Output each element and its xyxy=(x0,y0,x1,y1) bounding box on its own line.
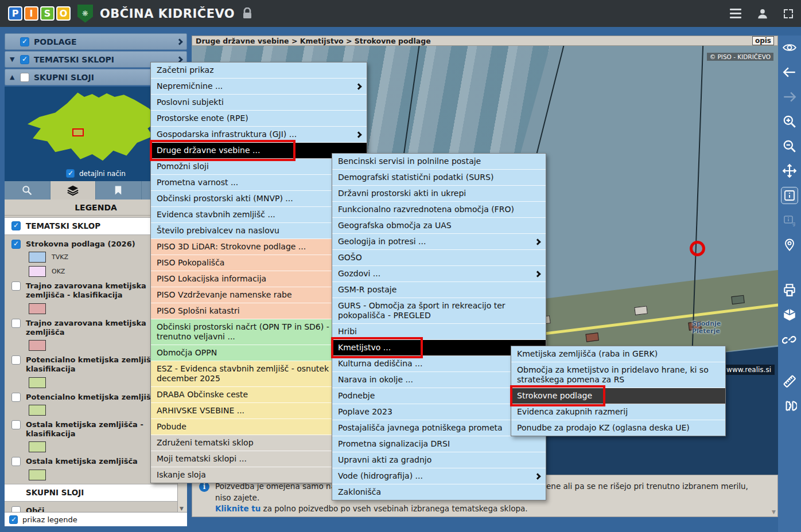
menu-item-label: Evidenca zakupnih razmerij xyxy=(517,407,720,417)
legend-swatch xyxy=(29,405,46,416)
profile-measure-icon[interactable] xyxy=(781,397,798,414)
panel-label: PODLAGE xyxy=(34,37,77,46)
tab-bookmarks[interactable] xyxy=(96,181,142,200)
menu-item[interactable]: Začetni prikaz xyxy=(151,62,367,79)
legend-checkbox[interactable] xyxy=(11,221,21,230)
menu-item-label: PISO Splošni katastri xyxy=(157,306,361,316)
menu-item[interactable]: Nepremičnine ... xyxy=(151,79,367,95)
zoom-out-icon[interactable] xyxy=(781,138,798,155)
legend-checkbox[interactable] xyxy=(11,506,21,513)
menu-item[interactable]: Evidenca zakupnih razmerij xyxy=(511,404,725,420)
menu-item-label: PISO Vzdrževanje namenske rabe xyxy=(157,290,361,300)
coat-of-arms: ❋ xyxy=(77,5,93,23)
legend-checkbox[interactable] xyxy=(11,457,21,466)
menu-item[interactable]: Bencinski servisi in polnilne postaje xyxy=(332,154,546,170)
info-group-icon[interactable]: g xyxy=(781,212,798,229)
pan-icon[interactable] xyxy=(781,162,798,179)
panel-chevron-icon[interactable] xyxy=(176,38,182,45)
menu-item-label: Podnebje xyxy=(338,391,540,401)
menu-item[interactable]: Upravni akti za gradnjo xyxy=(332,452,546,468)
selection-circle-annotation xyxy=(690,241,705,256)
tab-layers[interactable] xyxy=(50,181,96,200)
ruler-icon[interactable] xyxy=(781,373,798,390)
menu-hamburger-icon[interactable] xyxy=(730,9,741,18)
menu-item[interactable]: Območja za kmetijstvo in pridelavo hrane… xyxy=(511,362,725,388)
menu-item[interactable]: Funkcionalno razvrednotena območja (FRO) xyxy=(332,202,546,218)
collapse-icon[interactable]: ▼ xyxy=(10,56,20,63)
menu-item[interactable]: Kmetijska zemljišča (raba in GERK) xyxy=(511,346,725,362)
menu-item[interactable]: Geologija in potresi ... xyxy=(332,234,546,250)
breadcrumb-bar: Druge državne vsebine > Kmetijstvo > Str… xyxy=(192,36,778,46)
menu-item[interactable]: Gospodarska infrastruktura (GJI) ... xyxy=(151,127,367,143)
menu-item-label: Kmetijstvo ... xyxy=(338,343,540,353)
legend-swatch xyxy=(29,441,46,452)
legend-row[interactable]: SKUPNI SLOJI xyxy=(5,484,187,502)
sidebar-panel[interactable]: PODLAGE xyxy=(5,33,187,50)
legend-checkbox[interactable] xyxy=(11,319,21,328)
legend-checkbox[interactable] xyxy=(11,240,21,249)
menu-item-label: ESZ - Evidenca stavbnih zemljišč - osnut… xyxy=(157,364,361,384)
menu-item[interactable]: Prometna signalizacija DRSI xyxy=(332,436,546,452)
menu-item-label: DRABA Občinske ceste xyxy=(157,390,361,400)
logo-letter-tile: O xyxy=(56,6,71,21)
legend-checkbox[interactable] xyxy=(11,281,21,291)
legend-swatch xyxy=(29,252,46,263)
panel-checkbox[interactable] xyxy=(20,73,29,82)
menu-item[interactable]: Strokovne podlage xyxy=(511,388,725,404)
menu-item[interactable]: Demografski statistični podatki (SURS) xyxy=(332,170,546,186)
menu-item[interactable]: Vode (hidrografija) ... xyxy=(332,468,546,484)
location-pin-icon[interactable] xyxy=(781,236,798,253)
info-tool-icon[interactable] xyxy=(781,187,798,204)
scroll-down-icon[interactable]: ▼ xyxy=(180,506,184,511)
opis-button[interactable]: opis xyxy=(752,36,774,45)
submenu-arrow-icon xyxy=(534,238,541,245)
menu-item-label: PISO Lokacijska informacija xyxy=(157,274,361,284)
menu-item[interactable]: GOŠO xyxy=(332,250,546,266)
search-icon xyxy=(21,185,33,196)
show-legend-checkbox[interactable] xyxy=(9,515,18,524)
menu-item[interactable]: Prostorske enote (RPE) xyxy=(151,111,367,127)
legend-checkbox[interactable] xyxy=(11,420,21,429)
menu-item-label: Kmetijska zemljišča (raba in GERK) xyxy=(517,349,720,359)
menu-item[interactable]: Državni prostorski akti in ukrepi xyxy=(332,186,546,202)
menu-item[interactable]: Poslovni subjekti xyxy=(151,95,367,111)
zoom-in-icon[interactable] xyxy=(781,113,798,130)
menu-item-label: Občinski prostorski načrt (OPN TP in SD6… xyxy=(157,322,361,342)
menu-item[interactable]: GURS - Območja za šport in rekreacijo te… xyxy=(332,298,546,324)
forward-arrow-icon[interactable] xyxy=(781,88,798,105)
legend-checkbox[interactable] xyxy=(11,393,21,402)
collapse-icon[interactable]: ▲ xyxy=(10,73,20,81)
menu-item-label: Območja za kmetijstvo in pridelavo hrane… xyxy=(517,365,720,385)
menu-item-label: GOŠO xyxy=(338,253,540,263)
map-watermark: © PISO - KIDRIČEVO xyxy=(707,53,773,61)
menu-item-label: Prostorske enote (RPE) xyxy=(157,114,361,123)
eye-icon[interactable] xyxy=(781,39,798,56)
menu-item[interactable]: Gozdovi ... xyxy=(332,266,546,282)
panel-checkbox[interactable] xyxy=(20,37,29,46)
menu-item[interactable]: Geografska območja za UAS xyxy=(332,218,546,234)
legend-checkbox[interactable] xyxy=(11,355,21,365)
back-arrow-icon[interactable] xyxy=(781,64,798,81)
user-icon[interactable] xyxy=(756,7,769,20)
detail-mode-checkbox[interactable] xyxy=(66,169,75,178)
menu-item-label: Združeni tematski sklop xyxy=(157,438,361,448)
full-query-link[interactable]: Kliknite tu xyxy=(215,504,260,513)
menu-item-label: Evidenca stavbnih zemljišč ... xyxy=(157,210,361,220)
print-icon[interactable] xyxy=(781,281,798,299)
menu-item[interactable]: Hribi xyxy=(332,324,546,340)
menu-item[interactable]: Ponudbe za prodajo KZ (oglasna deska UE) xyxy=(511,420,725,436)
piso-logo[interactable]: P I S O xyxy=(8,6,71,21)
fullscreen-icon[interactable] xyxy=(784,9,793,18)
menu-item[interactable]: GSM-R postaje xyxy=(332,282,546,298)
menu-item-label: Bencinski servisi in polnilne postaje xyxy=(338,157,540,166)
map-credit: www.realis.si xyxy=(723,365,775,375)
logo-letter-tile: I xyxy=(24,6,38,21)
link-icon[interactable] xyxy=(781,331,798,348)
cube-3d-icon[interactable] xyxy=(781,306,798,323)
legend-row[interactable]: Obči xyxy=(5,503,187,513)
info-scroll-down-icon[interactable]: ▼ xyxy=(772,509,776,515)
menu-item[interactable]: Zaklonišča xyxy=(332,484,546,500)
menu-item-label: Kulturna dediščina ... xyxy=(338,359,540,369)
tab-search[interactable] xyxy=(5,181,50,200)
panel-checkbox[interactable] xyxy=(20,55,29,64)
